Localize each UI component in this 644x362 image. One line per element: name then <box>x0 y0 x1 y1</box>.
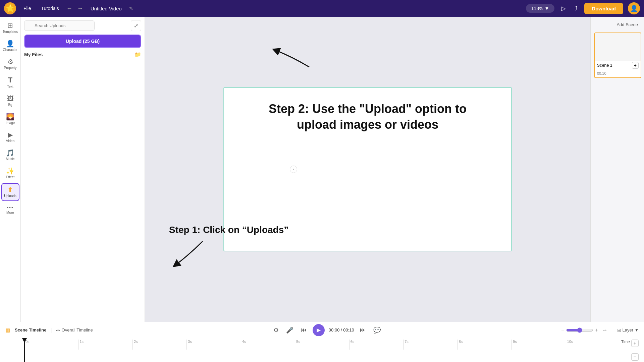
effect-icon: ✨ <box>6 168 14 174</box>
image-icon: 🌄 <box>6 113 14 120</box>
canvas: Step 2: Use the "Upload" option toupload… <box>223 87 512 251</box>
timeline-zoom-out-button[interactable]: − <box>631 353 639 361</box>
layer-dropdown-icon[interactable]: ▼ <box>635 328 639 333</box>
canvas-step2-text: Step 2: Use the "Upload" option toupload… <box>269 101 467 133</box>
zoom-control[interactable]: 118% ▼ <box>526 4 555 13</box>
search-row: 🔍 ⤢ <box>24 20 141 31</box>
nav-video[interactable]: ▶ Video <box>1 129 19 145</box>
left-nav: ⊞ Templates 👤 Character ⚙ Property T Tex… <box>0 17 21 322</box>
nav-uploads[interactable]: ⬆ Uploads <box>1 183 19 201</box>
logo: 🌟 <box>4 2 16 14</box>
captions-button[interactable]: 💬 <box>372 325 382 335</box>
nav-effect-label: Effect <box>6 175 14 179</box>
ruler-mark-4: 4s <box>241 340 295 350</box>
nav-uploads-label: Uploads <box>4 194 16 198</box>
ruler-track: 0s 1s 2s 3s 4s 5s 6s 7s 8s 9s 10s <box>0 340 644 350</box>
play-button[interactable]: ▶ <box>313 324 325 336</box>
scenes-panel: Add Scene Scene 1 + 00:10 <box>590 17 644 322</box>
scene-1-add-button[interactable]: + <box>632 62 639 69</box>
nav-bg[interactable]: 🖼 Bg <box>1 93 19 109</box>
nav-text-label: Text <box>7 85 13 88</box>
download-button[interactable]: Download <box>584 3 623 14</box>
overall-timeline-tab[interactable]: ⇔ Overall Timeline <box>56 327 93 333</box>
search-input[interactable] <box>24 20 95 31</box>
nav-character-label: Character <box>3 48 18 52</box>
nav-music-label: Music <box>6 157 14 161</box>
overall-timeline-label: Overall Timeline <box>62 327 93 333</box>
bg-icon: 🖼 <box>7 95 14 102</box>
nav-video-label: Video <box>6 139 14 143</box>
expand-button[interactable]: ⤢ <box>131 20 141 31</box>
nav-more-label: More <box>6 211 14 215</box>
scene-1-thumbnail[interactable]: Scene 1 + 00:10 <box>594 33 641 78</box>
layer-control: ⊞ Layer ▼ <box>617 327 639 333</box>
timeline-zoom-in-button[interactable]: + <box>631 340 639 347</box>
upload-button[interactable]: Upload (25 GB) <box>24 35 141 48</box>
my-files-row: My Files 📁 <box>24 51 141 58</box>
skip-forward-button[interactable]: ⏭ <box>358 325 368 335</box>
nav-image-label: Image <box>6 121 15 125</box>
my-files-folder-icon[interactable]: 📁 <box>135 51 141 58</box>
scene-timeline-tab[interactable]: Scene Timeline <box>15 327 46 333</box>
scene-1-name: Scene 1 <box>597 63 612 68</box>
scene-settings-button[interactable]: ⚙ <box>272 325 280 335</box>
nav-property-label: Property <box>4 66 17 70</box>
add-scene-button[interactable]: Add Scene <box>613 20 641 29</box>
nav-text[interactable]: T Text <box>1 74 19 91</box>
ruler-mark-3: 3s <box>186 340 240 350</box>
collapse-panel-button[interactable]: ‹ <box>290 166 297 173</box>
ruler-mark-0: 0s <box>24 340 78 350</box>
character-icon: 👤 <box>6 40 14 47</box>
skip-back-button[interactable]: ⏮ <box>299 325 309 335</box>
timeline-controls: ▦ Scene Timeline | ⇔ Overall Timeline ⚙ … <box>0 322 644 338</box>
undo-button[interactable]: ← <box>66 5 72 12</box>
ruler-mark-9: 9s <box>512 340 566 350</box>
timeline-ruler: 0s 1s 2s 3s 4s 5s 6s 7s 8s 9s 10s Time +… <box>0 338 644 362</box>
user-avatar[interactable]: 👤 <box>628 2 640 14</box>
nav-property[interactable]: ⚙ Property <box>1 56 19 72</box>
zoom-track: − + ↔ <box>561 327 608 333</box>
more-icon: ••• <box>7 205 14 210</box>
timeline-icon: ▦ <box>5 327 10 333</box>
nav-effect[interactable]: ✨ Effect <box>1 165 19 182</box>
scene-1-preview <box>595 33 641 61</box>
timeline-bar: ▦ Scene Timeline | ⇔ Overall Timeline ⚙ … <box>0 322 644 362</box>
ruler-mark-6: 6s <box>349 340 403 350</box>
zoom-value: 118% <box>531 6 543 11</box>
document-title: Untitled Video <box>91 6 122 11</box>
nav-music[interactable]: 🎵 Music <box>1 147 19 164</box>
nav-more[interactable]: ••• More <box>1 202 19 217</box>
time-total: 00:10 <box>343 327 354 333</box>
ruler-mark-1: 1s <box>78 340 132 350</box>
search-wrap: 🔍 <box>24 20 128 31</box>
redo-button[interactable]: → <box>77 5 83 12</box>
nav-image[interactable]: 🌄 Image <box>1 111 19 127</box>
my-files-label: My Files <box>24 52 43 57</box>
share-button[interactable]: ⤴ <box>573 4 580 13</box>
video-icon: ▶ <box>8 131 13 138</box>
edit-title-icon[interactable]: ✎ <box>129 6 133 11</box>
property-icon: ⚙ <box>7 58 13 65</box>
time-current: 00:00 <box>329 327 340 333</box>
microphone-button[interactable]: 🎤 <box>284 325 295 335</box>
nav-templates-label: Templates <box>3 30 18 34</box>
nav-bg-label: Bg <box>8 103 12 107</box>
scene-1-time: 00:10 <box>597 71 606 75</box>
text-icon: T <box>8 76 12 84</box>
step1-arrow <box>169 238 209 268</box>
music-icon: 🎵 <box>6 149 14 156</box>
ruler-mark-7: 7s <box>403 340 457 350</box>
file-menu[interactable]: File <box>21 4 34 12</box>
preview-button[interactable]: ▷ <box>559 3 568 13</box>
zoom-plus-icon: + <box>595 327 598 333</box>
nav-templates[interactable]: ⊞ Templates <box>1 19 19 36</box>
ruler-mark-2: 2s <box>132 340 186 350</box>
layer-label[interactable]: Layer <box>623 327 634 333</box>
step2-arrow <box>272 44 313 70</box>
tutorials-menu[interactable]: Tutorials <box>39 4 62 12</box>
main-area: ⊞ Templates 👤 Character ⚙ Property T Tex… <box>0 17 644 322</box>
zoom-slider[interactable] <box>566 327 593 333</box>
expand-timeline-icon: ↔ <box>602 327 608 333</box>
nav-character[interactable]: 👤 Character <box>1 38 19 54</box>
uploads-panel: 🔍 ⤢ Upload (25 GB) My Files 📁 <box>21 17 145 322</box>
